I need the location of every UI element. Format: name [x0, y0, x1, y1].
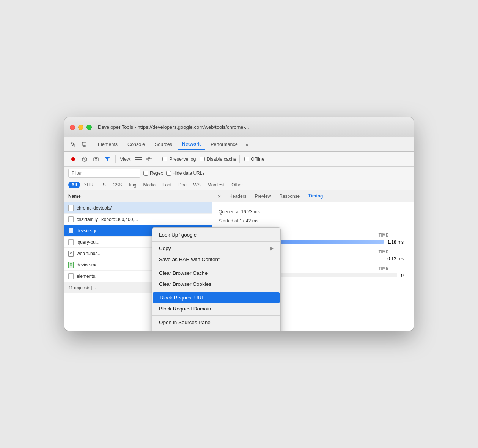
ctx-sep-1 — [152, 241, 280, 242]
tab-icons — [68, 140, 89, 149]
tab-sources[interactable]: Sources — [150, 139, 177, 149]
type-all[interactable]: All — [68, 182, 80, 188]
svg-line-5 — [83, 158, 86, 161]
disable-cache-checkbox[interactable] — [200, 157, 205, 161]
hide-data-urls-group: Hide data URLs — [166, 171, 205, 176]
ctx-save-har[interactable]: Save as HAR with Content — [152, 254, 280, 265]
view-list-button[interactable] — [134, 155, 143, 163]
ctx-save-har-label: Save as HAR with Content — [159, 257, 220, 262]
menu-dots-button[interactable]: ⋮ — [257, 139, 269, 149]
offline-checkbox[interactable] — [244, 157, 249, 161]
time-label-1: TIME — [379, 233, 388, 237]
type-ws[interactable]: WS — [190, 182, 203, 188]
preserve-log-checkbox[interactable] — [162, 157, 167, 161]
tab-response[interactable]: Response — [275, 192, 303, 201]
ctx-sep-3 — [152, 291, 280, 291]
ctx-lookup[interactable]: Look Up "google" — [152, 229, 280, 240]
ctx-block-url[interactable]: Block Request URL — [153, 292, 280, 303]
title-bar: Developer Tools - https://developers.goo… — [64, 117, 414, 137]
offline-label: Offline — [251, 157, 264, 162]
ctx-sep-4 — [152, 315, 280, 316]
network-list-header: Name — [64, 190, 212, 202]
context-menu: Look Up "google" Copy ▶ Save as HAR with… — [152, 227, 281, 331]
view-tree-button[interactable] — [145, 155, 154, 163]
svg-point-3 — [71, 157, 75, 161]
type-img[interactable]: Img — [126, 182, 139, 188]
window-title: Developer Tools - https://developers.goo… — [98, 124, 249, 130]
more-tabs-button[interactable]: » — [243, 140, 251, 149]
tab-headers[interactable]: Headers — [225, 192, 250, 201]
type-manifest[interactable]: Manifest — [204, 182, 228, 188]
detail-close-button[interactable]: × — [215, 193, 223, 200]
type-css[interactable]: CSS — [110, 182, 125, 188]
queued-value: 16.23 ms — [241, 209, 259, 215]
request-count: 41 requests |... — [68, 285, 96, 290]
type-font[interactable]: Font — [159, 182, 175, 188]
ctx-copy-arrow: ▶ — [270, 246, 274, 251]
type-other[interactable]: Other — [228, 182, 246, 188]
screenshot-button[interactable] — [91, 154, 101, 164]
ctx-copy-submenu[interactable]: Copy ▶ — [152, 243, 280, 254]
tab-preview[interactable]: Preview — [251, 192, 275, 201]
type-filter-bar: All XHR JS CSS Img Media Font Doc WS Man… — [64, 180, 414, 190]
toolbar-sep-1 — [115, 155, 116, 163]
svg-rect-13 — [146, 160, 149, 161]
ctx-open-sources-label: Open in Sources Panel — [159, 320, 212, 325]
row-name: css?family=Roboto:300,400,... — [77, 217, 208, 222]
regex-checkbox[interactable] — [143, 171, 148, 176]
ctx-clear-cache[interactable]: Clear Browser Cache — [152, 268, 280, 279]
file-icon-img: 🖼 — [68, 262, 74, 268]
table-row[interactable]: css?family=Roboto:300,400,... — [64, 214, 212, 225]
preserve-log-label: Preserve log — [169, 157, 196, 162]
queued-label: Queued at — [219, 209, 240, 215]
inspect-icon[interactable] — [68, 140, 77, 149]
ctx-open-tab[interactable]: Open in New Tab — [152, 328, 280, 331]
time-label-2: TIME — [379, 249, 388, 254]
offline-group: Offline — [244, 157, 264, 162]
minimize-button[interactable] — [78, 125, 83, 130]
tab-network[interactable]: Network — [178, 139, 205, 150]
tab-performance[interactable]: Performance — [206, 139, 242, 149]
ctx-clear-cookies-label: Clear Browser Cookies — [159, 281, 211, 287]
table-row[interactable]: chrome-devtools/ — [64, 202, 212, 214]
svg-rect-6 — [94, 158, 98, 161]
svg-rect-0 — [82, 142, 86, 145]
type-js[interactable]: JS — [97, 182, 109, 188]
record-button[interactable] — [68, 154, 78, 164]
clear-button[interactable] — [80, 154, 90, 164]
device-icon[interactable] — [80, 140, 89, 149]
type-media[interactable]: Media — [140, 182, 159, 188]
ctx-block-domain[interactable]: Block Request Domain — [152, 303, 280, 314]
tab-elements[interactable]: Elements — [93, 139, 122, 149]
ctx-clear-cache-label: Clear Browser Cache — [159, 270, 208, 276]
detail-tabs: × Headers Preview Response Timing — [212, 190, 414, 202]
type-xhr[interactable]: XHR — [81, 182, 96, 188]
svg-rect-8 — [135, 157, 142, 158]
started-row: Started at 17.42 ms — [219, 218, 407, 224]
preserve-log-group: Preserve log — [162, 157, 196, 162]
traffic-lights — [70, 125, 92, 130]
file-icon-elements — [68, 273, 74, 279]
ctx-block-domain-label: Block Request Domain — [159, 306, 211, 312]
svg-rect-12 — [149, 157, 152, 159]
svg-point-7 — [95, 158, 97, 160]
ctx-open-sources[interactable]: Open in Sources Panel — [152, 317, 280, 328]
tab-timing[interactable]: Timing — [304, 191, 327, 201]
type-doc[interactable]: Doc — [175, 182, 189, 188]
filter-icon-button[interactable] — [102, 154, 112, 164]
regex-group: Regex — [143, 171, 163, 176]
tab-console[interactable]: Console — [123, 139, 149, 149]
file-icon-jquery — [68, 239, 74, 245]
ctx-clear-cookies[interactable]: Clear Browser Cookies — [152, 279, 280, 290]
maximize-button[interactable] — [86, 125, 92, 130]
started-label: Started at — [219, 218, 238, 224]
hide-data-urls-checkbox[interactable] — [166, 171, 171, 176]
filter-bar: Regex Hide data URLs — [64, 167, 414, 180]
tab-bar: Elements Console Sources Network Perform… — [64, 137, 414, 152]
close-button[interactable] — [70, 125, 75, 130]
disable-cache-label: Disable cache — [207, 157, 237, 162]
toolbar-sep-2 — [157, 155, 157, 163]
queued-row: Queued at 16.23 ms — [219, 208, 407, 215]
filter-input[interactable] — [68, 169, 140, 178]
toolbar-sep-3 — [239, 155, 240, 163]
